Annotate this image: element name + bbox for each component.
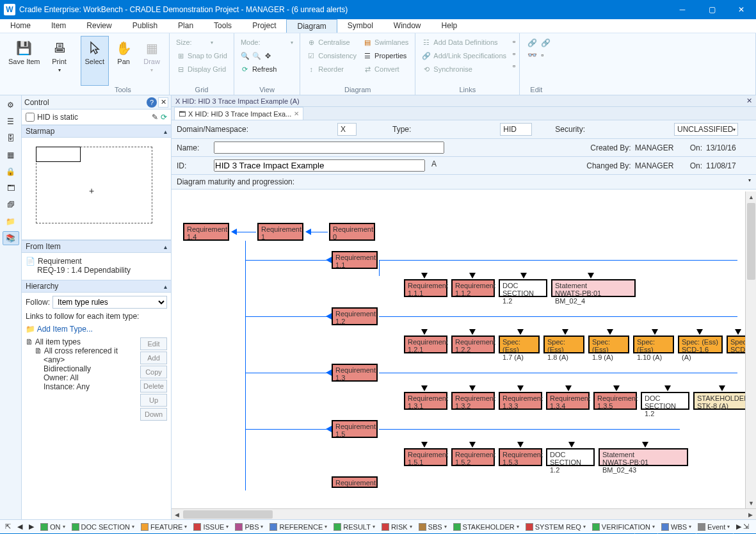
pan-button[interactable]: ✋ Pan bbox=[110, 36, 137, 86]
security-field[interactable]: UNCLASSIFIED▾ bbox=[674, 123, 738, 136]
diagram-node[interactable]: Spec: (Ess)1.7 (A) bbox=[499, 336, 540, 353]
tab-close-icon[interactable]: ✕ bbox=[294, 110, 299, 117]
diagram-node[interactable]: Requirement1.3.2 bbox=[451, 392, 495, 410]
menu-plan[interactable]: Plan bbox=[168, 19, 204, 33]
vscroll-thumb[interactable] bbox=[747, 203, 755, 280]
edit-icon-1[interactable]: 🔗 bbox=[527, 38, 537, 47]
up-button[interactable]: Up bbox=[140, 394, 167, 407]
menu-diagram[interactable]: Diagram bbox=[286, 19, 337, 33]
menu-tools[interactable]: Tools bbox=[204, 19, 242, 33]
menu-item[interactable]: Item bbox=[41, 19, 76, 33]
folder-icon[interactable]: 📁 bbox=[3, 214, 19, 229]
id-field[interactable] bbox=[214, 159, 425, 172]
menu-project[interactable]: Project bbox=[242, 19, 286, 33]
diagram-node[interactable]: Requirement1.5.1 bbox=[404, 448, 447, 466]
follow-select[interactable]: Item type rules bbox=[52, 296, 167, 309]
filter-doc-section[interactable]: DOC SECTION ▾ bbox=[69, 523, 137, 531]
properties-button[interactable]: ☰Properties bbox=[360, 49, 411, 62]
filter-reference[interactable]: REFERENCE ▾ bbox=[267, 523, 330, 531]
edit-mini-icon[interactable]: ✎ bbox=[152, 113, 158, 122]
list-icon[interactable]: ☰ bbox=[3, 115, 19, 129]
add-link-button[interactable]: 🔗Add/Link Specifications bbox=[419, 49, 509, 62]
diagram-node[interactable]: Requirement1.3.4 bbox=[546, 392, 590, 410]
refresh-mini-icon[interactable]: ⟳ bbox=[161, 113, 167, 122]
diagram-node[interactable]: StatementNWATS-PB:01 BM_02_4 bbox=[551, 279, 636, 297]
diagram-node[interactable]: Requirement1.3.1 bbox=[404, 392, 447, 410]
mode-dropdown[interactable]: Mode: ▾ bbox=[238, 36, 296, 49]
diagram-node[interactable]: Requirement1.2.2 bbox=[451, 336, 495, 353]
name-field[interactable] bbox=[214, 142, 444, 154]
menu-review[interactable]: Review bbox=[76, 19, 122, 33]
from-item-header[interactable]: From Item ▴ bbox=[22, 240, 171, 253]
diagram-node[interactable]: DOC SECTION1.2 bbox=[641, 392, 689, 410]
menu-publish[interactable]: Publish bbox=[122, 19, 168, 33]
link-extra-icon-2[interactable]: ▫ bbox=[513, 49, 515, 61]
type-field[interactable]: HID bbox=[500, 123, 532, 136]
window-icon[interactable]: 🗔 bbox=[3, 181, 19, 195]
binoculars-icon[interactable]: 👓 bbox=[527, 51, 537, 60]
convert-button[interactable]: ⇄Convert bbox=[360, 63, 411, 76]
snap-to-grid-button[interactable]: ⊞Snap to Grid bbox=[173, 49, 230, 62]
note-icon[interactable]: 🗊 bbox=[3, 198, 19, 212]
add-item-type-link[interactable]: Add Item Type... bbox=[37, 325, 93, 334]
move-icon[interactable]: ✥ bbox=[264, 51, 273, 60]
diagram-node[interactable]: Requirement1.1.1 bbox=[404, 279, 447, 297]
filter-wbs[interactable]: WBS ▾ bbox=[659, 523, 694, 531]
display-grid-button[interactable]: ⊟Display Grid bbox=[173, 63, 230, 76]
diagram-node[interactable]: Spec: (Ess)1.8 (A) bbox=[543, 336, 584, 353]
help-icon[interactable]: ? bbox=[147, 97, 157, 108]
zoom-buttons[interactable]: 🔍🔍✥ bbox=[238, 49, 296, 62]
filter-risk[interactable]: RISK ▾ bbox=[379, 523, 415, 531]
filter-event[interactable]: Event ▾ bbox=[695, 523, 732, 531]
filter-feature[interactable]: FEATURE ▾ bbox=[138, 523, 190, 531]
diagram-node[interactable]: Requirement1.1.2 bbox=[451, 279, 495, 297]
filter-system-req[interactable]: SYSTEM REQ ▾ bbox=[523, 523, 588, 531]
minimize-button[interactable]: ─ bbox=[668, 0, 697, 19]
filter-pbs[interactable]: PBS ▾ bbox=[232, 523, 266, 531]
vertical-scrollbar[interactable]: ▲ ▼ bbox=[745, 191, 756, 508]
diagram-node[interactable]: Requirement1.5 bbox=[332, 420, 378, 438]
edit-icon-3[interactable]: ▫ bbox=[541, 51, 543, 60]
horizontal-scrollbar[interactable]: ◀ ▶ bbox=[172, 508, 756, 519]
document-tab[interactable]: 🗔 X HID: HID 3 Trace Impact Exa... ✕ bbox=[174, 107, 303, 120]
library-icon[interactable]: 📚 bbox=[3, 231, 19, 245]
diagram-node[interactable]: StatementNWATS-PB:01 BM_02_43 bbox=[599, 448, 688, 466]
expand-left-icon[interactable]: ⇱ bbox=[3, 522, 13, 531]
close-breadcrumb-icon[interactable]: ✕ bbox=[746, 97, 752, 105]
scroll-down-icon[interactable]: ▼ bbox=[746, 498, 756, 508]
diagram-node[interactable]: Spec: (Ess)1.9 (A) bbox=[588, 336, 629, 353]
diagram-node[interactable]: STAKEHOLDERSTK-8 (A) bbox=[693, 392, 748, 410]
size-dropdown[interactable]: Size: ▾ bbox=[173, 36, 230, 49]
play-icon[interactable]: ▶ bbox=[26, 522, 36, 531]
delete-button[interactable]: Delete bbox=[140, 380, 167, 392]
swimlanes-button[interactable]: ▤Swimlanes bbox=[360, 36, 411, 49]
edit-button[interactable]: Edit bbox=[140, 337, 167, 350]
diagram-node[interactable]: Requirement bbox=[332, 476, 378, 488]
close-button[interactable]: ✕ bbox=[727, 0, 756, 19]
diagram-node[interactable]: Requirement1 bbox=[257, 223, 303, 241]
scroll-up-icon[interactable]: ▲ bbox=[746, 191, 756, 202]
diagram-node[interactable]: Requirement1.3.5 bbox=[593, 392, 637, 410]
draw-button[interactable]: ▦ Draw▾ bbox=[138, 36, 165, 86]
synchronise-button[interactable]: ⟲Synchronise bbox=[419, 63, 509, 76]
hierarchy-header[interactable]: Hierarchy ▴ bbox=[22, 280, 171, 293]
select-button[interactable]: Select bbox=[81, 36, 109, 86]
reorder-button[interactable]: ↕Reorder bbox=[304, 63, 359, 76]
diagram-node[interactable]: Requirement1.2 bbox=[332, 307, 378, 325]
menu-window[interactable]: Window bbox=[383, 19, 431, 33]
diagram-node[interactable]: Requirement1.3.3 bbox=[499, 392, 542, 410]
add-button[interactable]: Add bbox=[140, 352, 167, 364]
hscroll-thumb[interactable] bbox=[183, 510, 273, 519]
diagram-node[interactable]: Requirement1.3 bbox=[332, 364, 378, 382]
filter-sbs[interactable]: SBS ▾ bbox=[416, 523, 449, 531]
gear-icon[interactable]: ⚙ bbox=[3, 98, 19, 112]
diagram-node[interactable]: Spec: (Ess)SCD-1.6 (A) bbox=[678, 336, 723, 353]
add-data-button[interactable]: ☷Add Data Definitions bbox=[419, 36, 509, 49]
menu-help[interactable]: Help bbox=[431, 19, 468, 33]
diagram-node[interactable]: Spec: (Ess)1.10 (A) bbox=[633, 336, 674, 353]
diagram-node[interactable]: Requirement1.1 bbox=[332, 251, 378, 269]
copy-button[interactable]: Copy bbox=[140, 366, 167, 378]
diagram-node[interactable]: Requirement1.2.1 bbox=[404, 336, 447, 353]
down-button[interactable]: Down bbox=[140, 408, 167, 421]
diagram-node[interactable]: DOC SECTION1.2 bbox=[499, 279, 547, 297]
